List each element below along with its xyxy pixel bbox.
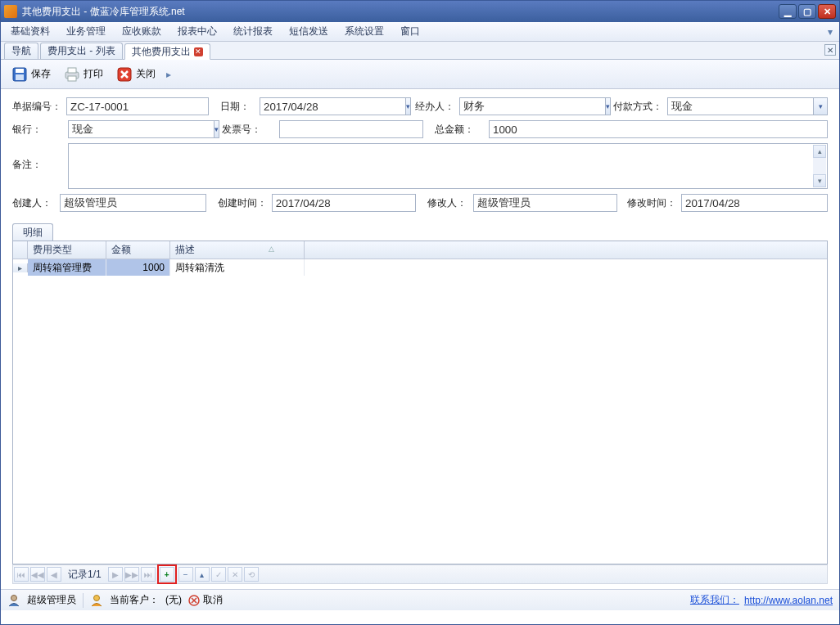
cancel-icon[interactable]: 取消	[188, 593, 223, 607]
cell-type[interactable]: 周转箱管理费	[28, 259, 106, 276]
menubar: 基础资料 业务管理 应收账款 报表中心 统计报表 短信发送 系统设置 窗口 ▾	[1, 22, 839, 42]
nav-next-page-button[interactable]: ▶▶	[124, 567, 139, 582]
bank-combo[interactable]: ▾	[68, 120, 210, 138]
col-description[interactable]: 描述 △	[170, 241, 305, 259]
remark-label: 备注：	[12, 143, 63, 172]
tab-navigation[interactable]: 导航	[4, 43, 38, 59]
print-label: 打印	[84, 67, 103, 81]
pay-method-input[interactable]	[667, 97, 813, 115]
menu-sms[interactable]: 短信发送	[281, 22, 336, 41]
mtime-label: 修改时间：	[627, 196, 676, 210]
date-combo[interactable]: ▾	[260, 97, 404, 115]
chevron-down-icon[interactable]: ▾	[605, 97, 611, 115]
doc-no-label: 单据编号：	[12, 100, 61, 114]
minimize-button[interactable]: ▁	[779, 4, 797, 19]
menu-report-center[interactable]: 报表中心	[169, 22, 225, 41]
window-close-button[interactable]: ✕	[818, 4, 836, 19]
date-label: 日期：	[220, 100, 255, 114]
print-icon	[64, 66, 80, 83]
tabstrip-close-button[interactable]: ✕	[824, 44, 836, 56]
client-label: 当前客户：	[110, 593, 159, 607]
scroll-down-icon[interactable]: ▾	[813, 174, 826, 187]
table-row[interactable]: ▸ 周转箱管理费 1000 周转箱清洗	[13, 259, 827, 276]
svg-rect-4	[68, 68, 76, 73]
tab-other-expense[interactable]: 其他费用支出 ✕	[124, 43, 210, 60]
record-navigator: ⏮ ◀◀ ◀ 记录1/1 ▶ ▶▶ ⏭ + − ▴ ✓ ✕ ⟲	[12, 564, 828, 584]
col-expense-type[interactable]: 费用类型	[28, 241, 106, 259]
contact-label: 联系我们：	[690, 593, 739, 607]
handler-combo[interactable]: ▾	[459, 97, 603, 115]
tab-label: 其他费用支出	[132, 45, 191, 59]
record-counter: 记录1/1	[63, 568, 106, 582]
grid-body[interactable]: ▸ 周转箱管理费 1000 周转箱清洗	[13, 259, 827, 564]
toolbar-overflow-icon[interactable]: ▸	[163, 69, 174, 80]
pay-method-combo[interactable]: ▾	[667, 97, 828, 115]
cancel-label: 取消	[203, 593, 223, 607]
total-label: 总金额：	[435, 123, 484, 137]
invoice-input[interactable]	[279, 120, 423, 138]
client-value: (无)	[165, 593, 182, 607]
menubar-overflow-icon[interactable]: ▾	[823, 26, 838, 38]
nav-prev-page-button[interactable]: ◀◀	[30, 567, 45, 582]
contact-link[interactable]: http://www.aolan.net	[744, 595, 833, 606]
save-button[interactable]: 保存	[6, 62, 56, 87]
statusbar: 超级管理员 当前客户： (无) 取消 联系我们： http://www.aola…	[1, 589, 839, 610]
tab-close-icon[interactable]: ✕	[194, 47, 203, 56]
chevron-down-icon[interactable]: ▾	[813, 97, 828, 115]
menu-basic-data[interactable]: 基础资料	[2, 22, 58, 41]
app-icon	[4, 5, 17, 18]
tab-label: 费用支出 - 列表	[47, 44, 115, 58]
add-record-highlight: +	[157, 564, 177, 584]
nav-first-button[interactable]: ⏮	[14, 567, 29, 582]
close-icon	[116, 66, 133, 83]
nav-last-button[interactable]: ⏭	[141, 567, 156, 582]
chevron-down-icon[interactable]: ▾	[405, 97, 411, 115]
menu-receivables[interactable]: 应收账款	[114, 22, 169, 41]
maximize-button[interactable]: ▢	[798, 4, 816, 19]
nav-cancel-button[interactable]: ✕	[228, 567, 242, 582]
menu-window[interactable]: 窗口	[392, 22, 428, 41]
print-button[interactable]: 打印	[58, 62, 109, 87]
cell-amount[interactable]: 1000	[106, 259, 170, 276]
total-input[interactable]	[489, 120, 828, 138]
svg-rect-5	[68, 76, 76, 81]
date-input[interactable]	[260, 97, 405, 115]
textarea-scrollbar[interactable]: ▴ ▾	[813, 145, 826, 187]
save-icon	[11, 66, 28, 83]
handler-label: 经办人：	[415, 100, 454, 114]
remark-textarea[interactable]: ▴ ▾	[68, 143, 828, 189]
svg-point-8	[94, 595, 100, 600]
doc-no-input[interactable]	[66, 97, 209, 115]
toolbar: 保存 打印 关闭 ▸	[1, 60, 839, 89]
nav-prev-button[interactable]: ◀	[47, 567, 61, 582]
titlebar: 其他费用支出 - 傲蓝冷库管理系统.net ▁ ▢ ✕	[1, 1, 839, 22]
mtime-input	[681, 194, 828, 212]
col-amount[interactable]: 金额	[106, 241, 170, 259]
scroll-up-icon[interactable]: ▴	[813, 145, 826, 158]
chevron-down-icon[interactable]: ▾	[214, 120, 219, 138]
sort-asc-icon: △	[269, 245, 274, 253]
close-label: 关闭	[136, 67, 156, 81]
close-button[interactable]: 关闭	[111, 62, 161, 87]
tab-expense-list[interactable]: 费用支出 - 列表	[40, 43, 123, 59]
menu-business[interactable]: 业务管理	[58, 22, 114, 41]
menu-system-settings[interactable]: 系统设置	[336, 22, 392, 41]
detail-tab[interactable]: 明细	[12, 223, 53, 241]
nav-confirm-button[interactable]: ✓	[211, 567, 226, 582]
tabstrip: 导航 费用支出 - 列表 其他费用支出 ✕ ✕	[1, 42, 839, 60]
handler-input[interactable]	[459, 97, 605, 115]
cell-desc[interactable]: 周转箱清洗	[170, 259, 305, 276]
menu-stats-report[interactable]: 统计报表	[225, 22, 281, 41]
nav-remove-button[interactable]: −	[178, 567, 193, 582]
nav-refresh-button[interactable]: ⟲	[244, 567, 259, 582]
nav-next-button[interactable]: ▶	[108, 567, 123, 582]
detail-tab-header: 明细	[12, 223, 828, 241]
detail-grid: 费用类型 金额 描述 △ ▸ 周转箱管理费 1000 周转箱清洗	[12, 241, 828, 564]
creator-input	[60, 194, 206, 212]
row-indicator-icon[interactable]: ▸	[13, 263, 28, 272]
bank-label: 银行：	[12, 123, 63, 137]
nav-add-button[interactable]: +	[160, 567, 174, 582]
bank-input[interactable]	[68, 120, 214, 138]
window-title: 其他费用支出 - 傲蓝冷库管理系统.net	[22, 5, 779, 19]
nav-edit-button[interactable]: ▴	[195, 567, 210, 582]
